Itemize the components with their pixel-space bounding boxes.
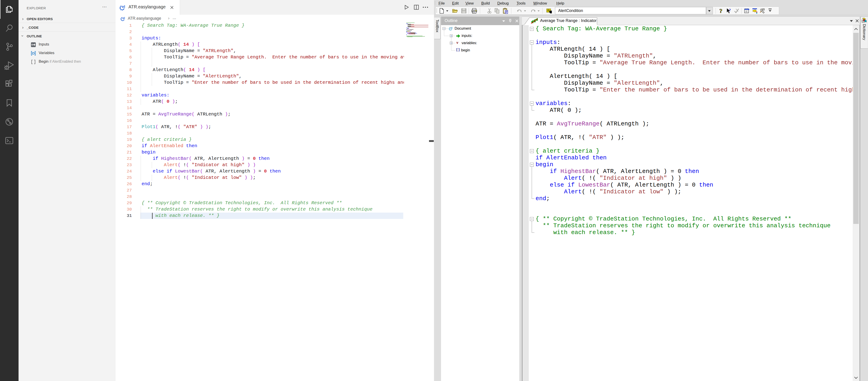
svg-text:?: ? xyxy=(729,8,731,12)
svg-text:el: el xyxy=(450,27,452,29)
svg-text:el: el xyxy=(122,16,125,20)
svg-text:el: el xyxy=(122,4,125,9)
svg-text:?: ? xyxy=(719,8,722,14)
